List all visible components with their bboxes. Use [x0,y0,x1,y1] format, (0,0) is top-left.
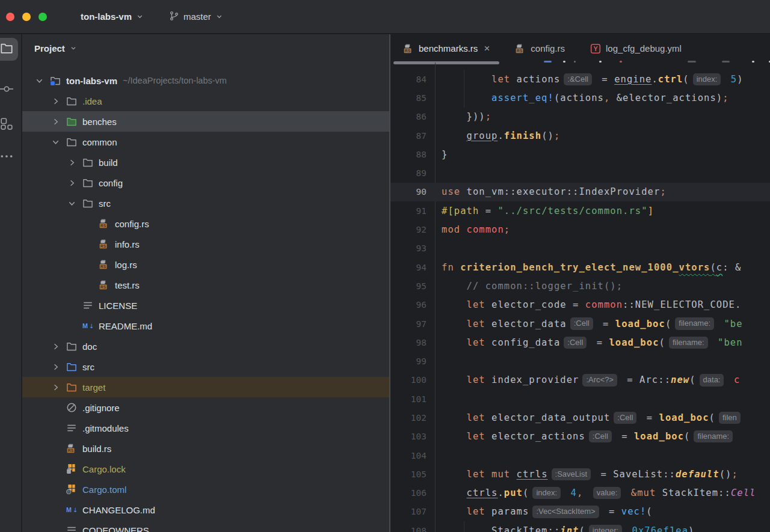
line-number[interactable]: 97 [390,319,427,329]
editor-tab-benchmarks-rs[interactable]: RSbenchmarks.rs× [390,34,502,63]
line-number[interactable]: 95 [390,281,427,291]
tool-window-button-commit[interactable] [0,79,18,102]
line-number[interactable]: 101 [390,394,427,404]
editor-tab-bar: RSbenchmarks.rs×RSconfig.rsYlog_cfg_debu… [390,34,770,63]
project-name: ton-labs-vm [81,11,132,22]
tree-item-build-rs[interactable]: RSbuild.rs [22,438,389,459]
line-number[interactable]: 108 [390,526,427,532]
tree-item-common[interactable]: common [22,132,389,152]
code-line-text: let elector_data_output:Cell = load_boc(… [427,412,744,424]
code-token: ; [504,224,510,235]
chevron-right-icon[interactable] [51,341,61,352]
chevron-down-icon[interactable] [34,76,45,86]
code-token: &mut [631,488,656,498]
line-number[interactable]: 85 [390,93,427,103]
project-widget[interactable]: ton-labs-vm [76,8,149,25]
tool-window-button-structure[interactable] [0,114,18,136]
code-token: = [640,412,659,423]
chevron-right-icon[interactable] [51,117,61,127]
line-number[interactable]: 93 [390,243,427,253]
tree-item-readme-md[interactable]: M↓README.md [22,316,389,336]
line-number[interactable]: 104 [390,451,427,460]
tree-item-codeowners[interactable]: CODEOWNERS [22,520,389,532]
code-token: () [541,130,554,141]
code-token: = [596,74,614,85]
code-token: = [615,431,634,442]
code-editor[interactable]: 84 let actions:&Cell = engine.ctrl(index… [390,63,770,532]
line-number[interactable]: 90 [390,187,427,197]
line-number[interactable]: 105 [390,469,427,479]
code-line-text: let index_provider:Arc<?> = Arc::new(dat… [427,374,740,386]
tree-item-label: .gitmodules [82,423,129,433]
tree-item-src[interactable]: src [22,193,389,213]
tree-item-doc[interactable]: doc [22,336,389,356]
tree-item-ton-labs-vm[interactable]: ton-labs-vm~/IdeaProjects/ton-labs-vm [22,70,389,91]
line-number[interactable]: 89 [390,168,427,178]
code-line-86: 86 })); [390,108,770,126]
tree-item-info-rs[interactable]: RSinfo.rs [22,234,389,254]
tree-item-cargo-toml[interactable]: RCargo.toml [22,479,389,500]
chevron-right-icon[interactable] [51,96,61,106]
code-line-85: 85 assert_eq!(actions, &elector_actions)… [390,88,770,107]
editor-tab-log-cfg-debug-yml[interactable]: Ylog_cfg_debug.yml [578,34,694,63]
line-number[interactable]: 86 [390,112,427,121]
chevron-right-icon[interactable] [51,362,61,372]
code-token: mod [442,224,460,235]
code-token: ( [659,337,665,348]
tool-window-button-project-folder[interactable] [0,38,18,61]
tree-item-benches[interactable]: benches [22,111,389,132]
tree-item-license[interactable]: LICENSE [22,295,389,316]
code-token: let [491,74,510,85]
tree-item-changelog-md[interactable]: M↓CHANGELOG.md [22,500,389,520]
line-number[interactable]: 107 [390,507,427,516]
tree-item-src[interactable]: src [22,356,389,377]
tree-item-config[interactable]: config [22,173,389,193]
chevron-down-icon[interactable] [51,137,61,147]
tree-item-cargo-lock[interactable]: Cargo.lock [22,459,389,479]
editor-tab-config-rs[interactable]: RSconfig.rs [502,34,578,63]
code-token [442,299,467,310]
tree-item-log-rs[interactable]: RSlog.rs [22,254,389,275]
git-branch-widget[interactable]: master [164,8,228,26]
line-number[interactable]: 88 [390,150,427,159]
tree-item-label: common [82,137,117,147]
line-number[interactable]: 87 [390,131,427,141]
tree-item-test-rs[interactable]: RStest.rs [22,275,389,295]
line-number[interactable]: 99 [390,356,427,366]
line-number[interactable]: 103 [390,432,427,441]
tree-item--gitmodules[interactable]: .gitmodules [22,418,389,438]
tree-item-label: config.rs [115,219,149,229]
code-token: = [597,319,615,329]
line-number[interactable]: 96 [390,300,427,310]
code-token [712,337,718,348]
line-number[interactable]: 94 [390,263,427,272]
line-number[interactable]: 92 [390,225,427,234]
tree-item-config-rs[interactable]: RSconfig.rs [22,213,389,234]
project-panel-header[interactable]: Project [22,34,389,63]
line-number[interactable]: 84 [390,75,427,84]
chevron-spacer [51,485,61,495]
line-number[interactable]: 102 [390,413,427,423]
chevron-right-icon[interactable] [67,157,77,168]
close-window-icon[interactable] [6,13,14,21]
tree-item-label: CHANGELOG.md [82,505,155,515]
minimize-window-icon[interactable] [22,13,31,21]
line-number[interactable]: 98 [390,338,427,347]
line-number[interactable]: 106 [390,488,427,498]
rust-icon: RS [99,218,109,229]
project-tool-window: Project ton-labs-vm~/IdeaProjects/ton-la… [22,34,389,532]
code-line-108: 108 StackItem::int(integer: 0x76ef1ea) [390,521,770,532]
close-tab-icon[interactable]: × [484,43,490,54]
chevron-right-icon[interactable] [67,178,77,188]
tree-item-build[interactable]: build [22,152,389,173]
chevron-right-icon[interactable] [51,382,61,393]
folder-icon [82,157,93,168]
tool-window-button-more[interactable] [0,146,18,169]
line-number[interactable]: 91 [390,206,427,216]
tree-item--idea[interactable]: .idea [22,91,389,111]
line-number[interactable]: 100 [390,375,427,385]
maximize-window-icon[interactable] [38,13,47,21]
chevron-down-icon[interactable] [67,198,77,209]
tree-item--gitignore[interactable]: .gitignore [22,397,389,418]
tree-item-target[interactable]: target [22,377,389,397]
